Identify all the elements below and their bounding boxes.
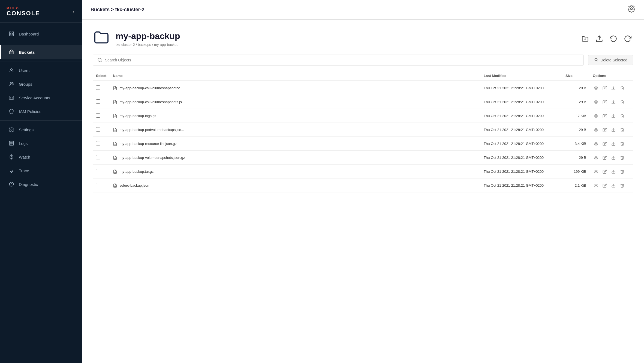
sidebar-label-service-accounts: Service Accounts [19, 96, 50, 100]
row-actions [593, 126, 630, 133]
settings-button[interactable] [628, 5, 635, 14]
svg-point-42 [595, 143, 597, 144]
file-size: 17 KiB [562, 109, 589, 123]
share-button[interactable] [601, 154, 608, 161]
sidebar: MIN|O CONSOLE ‹ Dashboard [0, 0, 82, 363]
download-button[interactable] [610, 168, 617, 175]
preview-button[interactable] [593, 182, 599, 189]
sidebar-item-settings[interactable]: Settings [0, 123, 82, 136]
delete-button[interactable] [619, 126, 625, 133]
download-button[interactable] [610, 112, 617, 119]
sidebar-item-buckets[interactable]: Buckets [0, 45, 82, 59]
delete-button[interactable] [619, 98, 625, 105]
share-button[interactable] [601, 168, 608, 175]
sidebar-item-service-accounts[interactable]: Service Accounts [0, 91, 82, 105]
file-size: 199 KiB [562, 165, 589, 178]
versions-button[interactable] [608, 33, 619, 44]
row-actions [593, 98, 630, 105]
sidebar-label-buckets: Buckets [19, 50, 35, 55]
breadcrumb: Buckets > tkc-cluster-2 [91, 7, 145, 13]
row-checkbox-4[interactable] [96, 141, 100, 145]
preview-button[interactable] [593, 98, 599, 105]
delete-button[interactable] [619, 154, 625, 161]
row-actions [593, 168, 630, 175]
preview-button[interactable] [593, 126, 599, 133]
row-checkbox-3[interactable] [96, 127, 100, 132]
download-button[interactable] [610, 154, 617, 161]
preview-button[interactable] [593, 84, 599, 91]
sidebar-item-logs[interactable]: Logs [0, 136, 82, 150]
file-name-cell: my-app-backup-volumesnapshots.json.gz [113, 155, 477, 160]
sidebar-item-iam-policies[interactable]: IAM Policies [0, 105, 82, 118]
svg-point-11 [11, 129, 12, 130]
file-size: 3.4 KiB [562, 137, 589, 151]
share-button[interactable] [601, 112, 608, 119]
add-folder-button[interactable] [580, 33, 591, 44]
file-size: 29 B [562, 81, 589, 95]
trash-icon [594, 58, 598, 62]
sidebar-item-groups[interactable]: Groups [0, 77, 82, 91]
sidebar-label-diagnostic: Diagnostic [19, 182, 38, 187]
id-card-icon [8, 95, 14, 101]
sidebar-item-dashboard[interactable]: Dashboard [0, 27, 82, 41]
share-button[interactable] [601, 182, 608, 189]
sidebar-item-watch[interactable]: Watch [0, 150, 82, 164]
header: Buckets > tkc-cluster-2 [82, 0, 644, 20]
table-row: my-app-backup.tar.gz Thu Oct 21 2021 21:… [93, 165, 633, 178]
collapse-button[interactable]: ‹ [71, 8, 75, 16]
row-actions [593, 182, 630, 189]
share-button[interactable] [601, 126, 608, 133]
file-name: velero-backup.json [119, 183, 149, 188]
file-icon [113, 169, 117, 174]
upload-button[interactable] [594, 33, 605, 44]
bucket-name: my-app-backup [116, 31, 180, 41]
sidebar-nav: Dashboard Buckets Users [0, 23, 82, 363]
svg-rect-2 [10, 34, 11, 36]
delete-selected-button[interactable]: Delete Selected [588, 55, 633, 65]
row-checkbox-0[interactable] [96, 85, 100, 90]
file-name: my-app-backup.tar.gz [119, 169, 154, 174]
table-row: my-app-backup-podvolumebackups.jso... Th… [93, 123, 633, 137]
sidebar-item-users[interactable]: Users [0, 64, 82, 77]
svg-rect-0 [10, 32, 11, 34]
sidebar-item-trace[interactable]: Trace [0, 164, 82, 177]
preview-button[interactable] [593, 168, 599, 175]
delete-button[interactable] [619, 168, 625, 175]
row-checkbox-1[interactable] [96, 99, 100, 104]
diagnostic-icon [8, 181, 14, 187]
user-icon [8, 67, 14, 73]
svg-point-54 [595, 185, 597, 186]
delete-button[interactable] [619, 112, 625, 119]
preview-button[interactable] [593, 112, 599, 119]
share-button[interactable] [601, 140, 608, 147]
share-button[interactable] [601, 98, 608, 105]
row-checkbox-2[interactable] [96, 113, 100, 118]
download-button[interactable] [610, 126, 617, 133]
preview-button[interactable] [593, 154, 599, 161]
table-row: my-app-backup-resource-list.json.gz Thu … [93, 137, 633, 151]
svg-point-38 [595, 129, 597, 130]
download-button[interactable] [610, 182, 617, 189]
download-button[interactable] [610, 84, 617, 91]
file-name: my-app-backup-csi-volumesnapshots.js... [119, 100, 185, 104]
bucket-actions [580, 33, 633, 44]
row-checkbox-6[interactable] [96, 169, 100, 173]
logo: MIN|O CONSOLE [7, 7, 40, 17]
refresh-button[interactable] [622, 33, 633, 44]
table-row: my-app-backup-csi-volumesnapshots.js... … [93, 95, 633, 109]
download-button[interactable] [610, 140, 617, 147]
search-input[interactable] [105, 58, 579, 62]
preview-button[interactable] [593, 140, 599, 147]
delete-button[interactable] [619, 182, 625, 189]
share-button[interactable] [601, 84, 608, 91]
file-modified: Thu Oct 21 2021 21:28:21 GMT+0200 [480, 123, 562, 137]
delete-button[interactable] [619, 84, 625, 91]
file-size: 2.1 KiB [562, 178, 589, 192]
row-checkbox-7[interactable] [96, 183, 100, 187]
delete-button[interactable] [619, 140, 625, 147]
row-checkbox-5[interactable] [96, 155, 100, 159]
sidebar-item-diagnostic[interactable]: Diagnostic [0, 177, 82, 191]
file-icon [113, 141, 117, 146]
download-button[interactable] [610, 98, 617, 105]
bucket-title-section: my-app-backup tkc-cluster-2 / backups / … [93, 28, 180, 49]
